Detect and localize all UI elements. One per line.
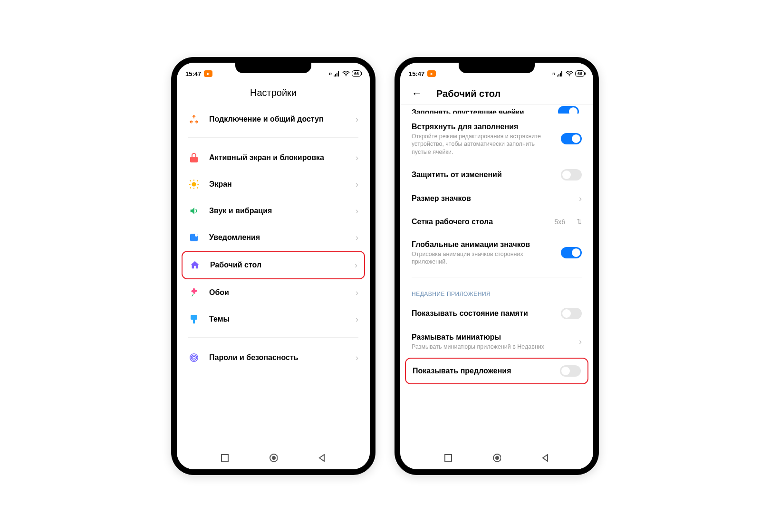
- item-blur-thumbnails[interactable]: Размывать миниатюры Размывать миниатюры …: [405, 326, 588, 357]
- chevron-right-icon: ›: [579, 194, 582, 204]
- status-time: 15:47: [409, 70, 424, 77]
- chevron-right-icon: ›: [356, 114, 358, 124]
- toggle[interactable]: [561, 308, 582, 319]
- svg-line-8: [197, 180, 198, 181]
- item-label: Защитить от изменений: [412, 170, 551, 180]
- item-value: 5x6: [554, 218, 565, 226]
- phone-left: 15:47 ▸ R 66 Настройки Подключение и общ…: [171, 57, 375, 475]
- toggle[interactable]: [561, 247, 582, 258]
- flower-icon: [188, 287, 200, 298]
- item-sublabel: Откройте режим редактирования и встряхни…: [412, 133, 551, 156]
- item-shake-to-fill[interactable]: Встряхнуть для заполнения Откройте режим…: [405, 115, 588, 162]
- divider: [188, 137, 358, 138]
- page-title: Рабочий стол: [436, 88, 500, 99]
- sun-icon: [188, 179, 200, 190]
- item-home-screen[interactable]: Рабочий стол ›: [182, 251, 365, 279]
- svg-rect-13: [193, 320, 195, 323]
- toggle[interactable]: [561, 133, 582, 144]
- chevron-right-icon: ›: [356, 153, 358, 163]
- item-sublabel: Отрисовка анимации значков сторонних при…: [412, 250, 551, 266]
- svg-line-6: [190, 180, 191, 181]
- settings-list[interactable]: Подключение и общий доступ › Активный эк…: [177, 106, 370, 446]
- nav-back[interactable]: [541, 454, 549, 462]
- nav-back[interactable]: [318, 454, 326, 462]
- item-label: Показывать предложения: [413, 366, 550, 376]
- item-wallpaper[interactable]: Обои ›: [182, 279, 365, 306]
- item-themes[interactable]: Темы ›: [182, 306, 365, 332]
- notch: [235, 62, 311, 73]
- svg-point-1: [192, 182, 196, 186]
- section-recents: НЕДАВНИЕ ПРИЛОЖЕНИЯ: [405, 284, 588, 301]
- item-label: Экран: [209, 180, 346, 189]
- chevron-right-icon: ›: [356, 233, 358, 243]
- page-header: ← Рабочий стол: [400, 81, 593, 107]
- svg-rect-21: [445, 455, 452, 461]
- brush-icon: [188, 314, 200, 325]
- battery-icon: 66: [352, 70, 361, 77]
- screen: 15:47 ▸ R 66 Настройки Подключение и общ…: [177, 63, 370, 469]
- nav-recents[interactable]: [444, 454, 452, 462]
- app-badge-icon: ▸: [204, 70, 212, 77]
- item-lockscreen[interactable]: Активный экран и блокировка ›: [182, 144, 365, 171]
- nav-home[interactable]: [492, 454, 501, 462]
- chevron-right-icon: ›: [356, 314, 358, 324]
- wifi-icon: [566, 71, 573, 76]
- item-fill-empty-partial[interactable]: Заполнять опустевшие ячейки: [405, 105, 588, 114]
- notification-icon: [188, 232, 200, 243]
- signal-icon: [334, 71, 340, 76]
- item-sublabel: Размывать миниатюры приложений в Недавни…: [412, 343, 569, 351]
- chevron-right-icon: ›: [356, 288, 358, 298]
- item-show-memory[interactable]: Показывать состояние памяти: [405, 301, 588, 326]
- item-icon-size[interactable]: Размер значков ›: [405, 187, 588, 210]
- item-protect-changes[interactable]: Защитить от изменений: [405, 162, 588, 187]
- signal-icon: [557, 71, 564, 76]
- item-label: Темы: [209, 314, 346, 324]
- status-time: 15:47: [185, 70, 201, 77]
- svg-point-15: [192, 355, 197, 361]
- item-label: Рабочий стол: [210, 260, 345, 270]
- item-global-animations[interactable]: Глобальные анимации значков Отрисовка ан…: [405, 233, 588, 273]
- svg-rect-12: [191, 315, 197, 320]
- toggle[interactable]: [561, 169, 582, 180]
- app-badge-icon: ▸: [427, 70, 436, 77]
- svg-point-19: [272, 456, 276, 460]
- item-label: Сетка рабочего стола: [412, 217, 545, 227]
- chevron-right-icon: ›: [356, 353, 358, 363]
- svg-point-23: [495, 456, 499, 460]
- item-display[interactable]: Экран ›: [182, 171, 365, 198]
- page-header: Настройки: [177, 81, 370, 106]
- item-label: Обои: [209, 288, 346, 297]
- chevron-right-icon: ›: [579, 337, 582, 347]
- toggle[interactable]: [558, 106, 579, 114]
- svg-line-9: [190, 187, 191, 188]
- item-sound[interactable]: Звук и вибрация ›: [182, 198, 365, 224]
- item-grid[interactable]: Сетка рабочего стола 5x6 ⇅: [405, 210, 588, 233]
- phone-right: 15:47 ▸ R 66 ← Рабочий стол Заполнять оп…: [395, 57, 599, 475]
- item-label: Размывать миниатюры: [412, 332, 569, 342]
- lock-icon: [188, 152, 200, 163]
- nav-home[interactable]: [269, 454, 278, 462]
- home-settings-list[interactable]: Заполнять опустевшие ячейки Встряхнуть д…: [400, 104, 593, 446]
- chevron-right-icon: ›: [356, 180, 358, 190]
- svg-line-7: [197, 187, 198, 188]
- updown-icon: ⇅: [577, 218, 582, 225]
- item-label: Пароли и безопасность: [209, 353, 346, 362]
- signal-label: R: [552, 72, 555, 76]
- item-label: Уведомления: [209, 233, 346, 242]
- item-show-suggestions[interactable]: Показывать предложения: [405, 358, 588, 384]
- item-label: Размер значков: [412, 194, 569, 203]
- signal-label: R: [329, 72, 332, 76]
- sound-icon: [188, 205, 200, 217]
- screen: 15:47 ▸ R 66 ← Рабочий стол Заполнять оп…: [400, 63, 593, 469]
- back-button[interactable]: ←: [409, 87, 422, 100]
- item-notifications[interactable]: Уведомления ›: [182, 224, 365, 251]
- item-security[interactable]: Пароли и безопасность ›: [182, 344, 365, 371]
- divider: [412, 277, 582, 277]
- home-icon: [189, 259, 201, 271]
- item-connection-sharing[interactable]: Подключение и общий доступ ›: [182, 106, 365, 133]
- item-label: Звук и вибрация: [209, 206, 346, 216]
- nav-recents[interactable]: [221, 454, 229, 462]
- svg-point-0: [346, 76, 346, 76]
- fingerprint-icon: [188, 352, 200, 363]
- toggle[interactable]: [560, 365, 581, 377]
